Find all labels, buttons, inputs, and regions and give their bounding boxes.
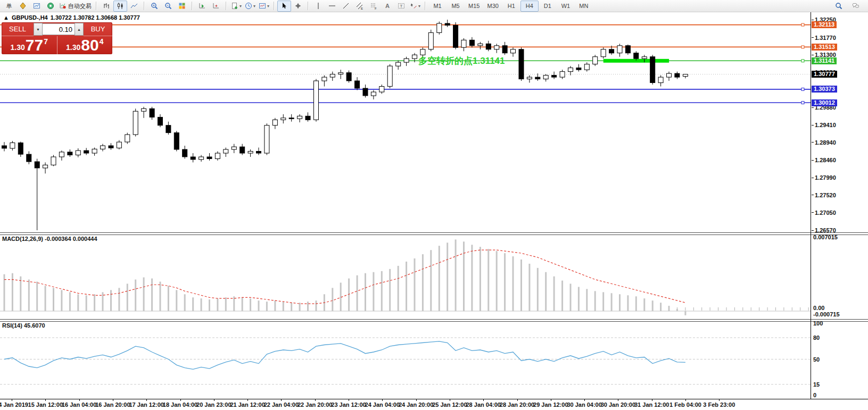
main-toolbar: 单自动交易▾▾▾EFAT▾M1M5M15M30H1H4D1W1MN (0, 0, 868, 12)
volume-decrease-button[interactable]: ▼ (34, 23, 43, 36)
sell-price[interactable]: 1.30 77 7 (2, 36, 57, 54)
time-label: 31 Jan 12:00 (634, 401, 669, 408)
time-label: 30 Jan 20:00 (601, 401, 635, 408)
chart-window[interactable]: 多空转折的点1.31141 ▲ GBPUSD-,H4 1.30722 1.307… (0, 12, 868, 410)
tf-mn-button[interactable]: MN (575, 1, 593, 12)
toolbar-separator (144, 2, 145, 10)
bar-chart-button[interactable] (100, 1, 113, 12)
time-label: 28 Jan 20:00 (500, 401, 534, 408)
crosshair-button[interactable] (291, 1, 305, 12)
text-button[interactable]: A (381, 1, 394, 12)
line-anchor[interactable] (801, 60, 804, 62)
auto-scroll-button[interactable] (195, 1, 209, 12)
dropdown-arrow-icon[interactable]: ▾ (253, 4, 255, 9)
tile-windows-button[interactable] (175, 1, 189, 12)
navigator-button[interactable] (30, 1, 44, 12)
zoom-out-button[interactable] (161, 1, 175, 12)
rsi-label: RSI(14) 45.6070 (2, 322, 45, 329)
line-anchor[interactable] (801, 102, 804, 104)
bar-chart-icon (103, 2, 110, 10)
toolbar-separator (274, 2, 275, 10)
time-label: 21 Jan 12:00 (230, 401, 264, 408)
signals-button[interactable] (44, 1, 57, 12)
sell-price-prefix: 1.30 (11, 43, 25, 52)
macd-indicator-chart[interactable] (0, 234, 811, 319)
time-tick (12, 399, 12, 401)
panel-collapse-icon[interactable]: ▲ (3, 14, 9, 21)
tf-h4-button[interactable]: H4 (520, 1, 539, 12)
tf-m1-button[interactable]: M1 (428, 1, 447, 12)
price-label-1.30012: 1.30012 (812, 99, 837, 106)
tf-d1-button[interactable]: D1 (539, 1, 557, 12)
line-anchor[interactable] (801, 46, 804, 48)
crosshair-icon (294, 2, 302, 10)
dropdown-arrow-icon[interactable]: ▾ (418, 4, 420, 9)
buy-button[interactable]: BUY (84, 22, 112, 36)
macd-scale-zero: 0.00 (813, 305, 824, 311)
dropdown-arrow-icon[interactable]: ▾ (267, 4, 269, 9)
trendline-button[interactable] (339, 1, 353, 12)
macd-scale-max: 0.007015 (813, 234, 838, 240)
zoom-in-button[interactable] (147, 1, 161, 12)
tf-m5-button[interactable]: M5 (447, 1, 465, 12)
price-label-1.31513: 1.31513 (812, 44, 837, 51)
search-icon (835, 2, 842, 10)
price-tick: 1.28940 (812, 139, 836, 146)
time-label: 15 Jan 12:00 (28, 401, 63, 408)
line-chart-button[interactable] (127, 1, 141, 12)
chart-shift-icon (212, 2, 220, 10)
arrows-button[interactable]: ▾ (408, 1, 422, 12)
text-label-button[interactable]: T (394, 1, 408, 12)
line-anchor[interactable] (801, 88, 804, 90)
auto-scroll-icon (199, 2, 206, 10)
chat-button[interactable] (849, 1, 863, 12)
market-watch-button[interactable] (16, 1, 30, 12)
time-label: 22 Jan 04:00 (264, 401, 299, 408)
tf-h1-button[interactable]: H1 (502, 1, 520, 12)
fibonacci-button[interactable]: F (367, 1, 381, 12)
dropdown-arrow-icon[interactable]: ▾ (239, 4, 242, 9)
line-anchor[interactable] (801, 23, 804, 26)
toolbar-separator (308, 2, 309, 10)
time-tick (685, 399, 686, 401)
new-chart-icon (231, 2, 238, 10)
time-tick (382, 399, 383, 401)
svg-text:A: A (385, 3, 390, 9)
time-tick (113, 399, 113, 401)
tf-w1-button[interactable]: W1 (557, 1, 575, 12)
time-label: 30 Jan 04:00 (567, 401, 601, 408)
annotation-text[interactable]: 多空转折的点1.31141 (418, 55, 505, 66)
svg-text:E: E (361, 7, 363, 10)
buy-price[interactable]: 1.30 80 4 (57, 36, 113, 54)
time-tick (315, 399, 316, 401)
periods-button[interactable]: ▾ (243, 1, 257, 12)
time-axis[interactable]: 14 Jan 201915 Jan 12:0016 Jan 04:0016 Ja… (0, 399, 868, 410)
time-label: 25 Jan 12:00 (432, 401, 467, 408)
sell-button[interactable]: SELL (2, 22, 34, 36)
volume-increase-button[interactable]: ▲ (75, 23, 84, 36)
equidistant-channel-button[interactable]: E (353, 1, 367, 12)
autotrading-button[interactable]: 自动交易 (57, 1, 93, 12)
new-order-button[interactable]: 单 (2, 1, 16, 12)
tf-m15-button[interactable]: M15 (465, 1, 483, 12)
main-price-chart[interactable]: 多空转折的点1.31141 (0, 12, 868, 232)
toolbar-buttons: 单自动交易▾▾▾EFAT▾M1M5M15M30H1H4D1W1MN (2, 1, 832, 12)
horizontal-line-button[interactable] (325, 1, 339, 12)
rsi-indicator-chart[interactable] (0, 321, 811, 399)
chart-shift-button[interactable] (209, 1, 223, 12)
cursor-button[interactable] (277, 1, 291, 12)
tf-m30-button[interactable]: M30 (483, 1, 502, 12)
candlestick-button[interactable] (113, 1, 127, 12)
fibonacci-icon: F (370, 2, 377, 10)
price-tick: 1.27050 (812, 210, 836, 216)
new-chart-button[interactable]: ▾ (229, 1, 243, 12)
price-label-1.32113: 1.32113 (812, 21, 837, 28)
volume-input[interactable] (43, 23, 75, 35)
text-label-icon: T (398, 2, 405, 10)
time-tick (214, 399, 214, 401)
search-button[interactable] (832, 1, 846, 12)
templates-button[interactable]: ▾ (257, 1, 271, 12)
vertical-line-button[interactable] (311, 1, 325, 12)
chat-icon (852, 2, 859, 10)
buy-price-prefix: 1.30 (66, 43, 80, 52)
